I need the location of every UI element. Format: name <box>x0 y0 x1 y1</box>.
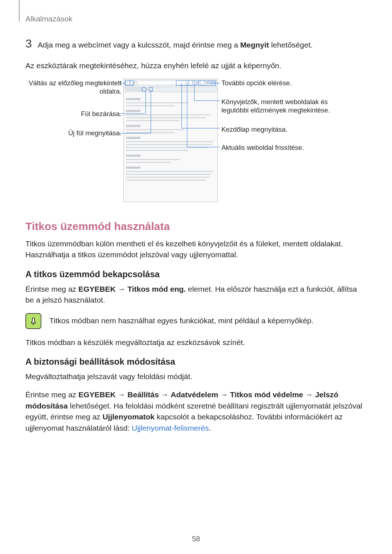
subheading-security-settings: A biztonsági beállítások módosítása <box>25 357 367 367</box>
arrow: → <box>116 285 128 293</box>
change-password-intro: Megváltoztathatja jelszavát vagy feloldá… <box>25 371 367 382</box>
callout-refresh: Aktuális weboldal frissítése. <box>221 143 352 152</box>
browser-diagram: ‹ › × + <box>27 79 365 206</box>
link-fingerprint[interactable]: Ujjlenyomat-felismerés <box>132 424 209 432</box>
page-number: 58 <box>0 535 392 543</box>
callout-more-options: További opciók elérése. <box>221 79 352 87</box>
a: → <box>303 390 315 399</box>
b: Ujjlenyomatok <box>102 413 155 421</box>
tab-mock: × <box>125 87 143 91</box>
section-title-secret-mode: Titkos üzemmód használata <box>25 220 367 233</box>
step-3: 3 Adja meg a webcímet vagy a kulcsszót, … <box>25 38 367 50</box>
callout-close-tab: Fül bezárása. <box>27 110 122 118</box>
subheading-enable-secret: A titkos üzemmód bekapcsolása <box>25 269 367 279</box>
callout-new-tab: Új fül megnyitása. <box>27 129 122 137</box>
step3-post: lehetőséget. <box>269 41 313 49</box>
callout-home: Kezdőlap megnyitása. <box>221 125 352 134</box>
txt: Érintse meg az <box>25 285 78 293</box>
note-icon <box>25 313 41 329</box>
secret-color-paragraph: Titkos módban a készülék megváltoztatja … <box>25 337 367 348</box>
a: → <box>218 390 230 399</box>
page-header: Alkalmazások <box>25 15 367 23</box>
security-settings-paragraph: Érintse meg az EGYEBEK → Beállítás → Ada… <box>25 389 367 434</box>
callout-bookmarks: Könyvjelzők, mentett weboldalak és legut… <box>221 98 352 114</box>
a: → <box>116 390 128 399</box>
toolbars-paragraph: Az eszköztárak megtekintéséhez, húzza en… <box>25 60 367 71</box>
b: Titkos mód védelme <box>230 390 303 399</box>
b: Beállítás <box>127 390 159 399</box>
note-text: Titkos módban nem használhat egyes funkc… <box>49 315 314 326</box>
note-block: Titkos módban nem használhat egyes funkc… <box>25 313 367 329</box>
a: → <box>159 390 171 399</box>
callout-prev-page: Váltás az előzőleg megtekintett oldalra. <box>27 79 122 95</box>
step-number: 3 <box>25 38 32 49</box>
secret-mode-intro: Titkos üzemmódban külön mentheti el és k… <box>25 238 367 260</box>
enable-secret-paragraph: Érintse meg az EGYEBEK → Titkos mód eng.… <box>25 284 367 306</box>
b-titkos-eng: Titkos mód eng. <box>127 285 186 293</box>
browser-mock: ‹ › × + <box>123 79 218 202</box>
b: Adatvédelem <box>171 390 218 399</box>
step-text: Adja meg a webcímet vagy a kulcsszót, ma… <box>38 40 313 50</box>
b: EGYEBEK <box>78 390 116 399</box>
t: Érintse meg az <box>25 390 78 399</box>
t: . <box>209 424 211 432</box>
step3-pre: Adja meg a webcímet vagy a kulcsszót, ma… <box>38 41 240 49</box>
b-egyebek: EGYEBEK <box>78 285 116 293</box>
step3-bold: Megnyit <box>240 41 269 49</box>
